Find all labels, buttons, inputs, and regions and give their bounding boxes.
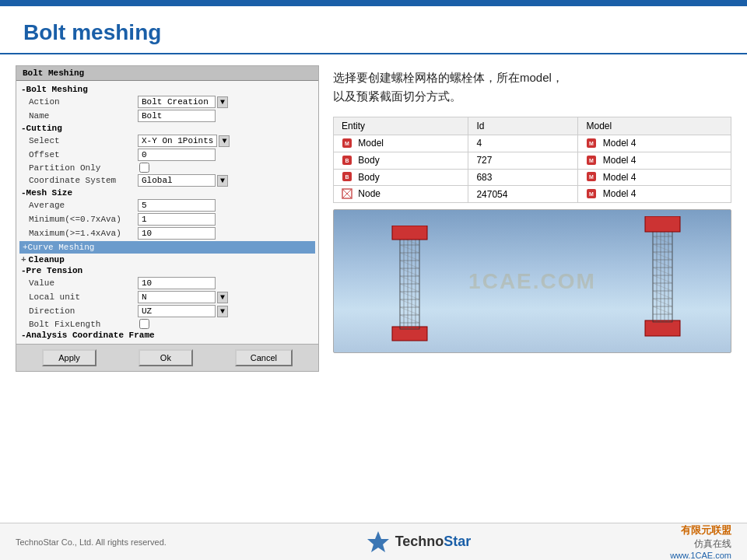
technostar-text: TechnoStar [395, 534, 472, 550]
svg-line-65 [653, 244, 672, 252]
footer-copyright: TechnoStar Co., Ltd. All rights reserved… [16, 537, 167, 547]
dialog-buttons: Apply Ok Cancel [16, 344, 318, 371]
svg-rect-46 [645, 320, 680, 336]
svg-line-69 [653, 275, 672, 283]
field-name: Name Bolt [19, 109, 315, 123]
field-minimum: Minimum(<=0.7xAva) 1 [19, 212, 315, 226]
page-title: Bolt meshing [23, 20, 724, 45]
partition-only-checkbox[interactable] [139, 163, 149, 173]
bolt-fixlength-checkbox[interactable] [139, 319, 149, 329]
model-ref-icon: M [586, 138, 597, 149]
svg-rect-74 [645, 216, 680, 232]
footer-site2: 仿真在线 [670, 537, 731, 551]
section-cutting: -Cutting [19, 123, 315, 134]
visualization-area: 1CAE.COM [333, 209, 731, 353]
svg-line-39 [400, 276, 419, 284]
svg-rect-18 [400, 237, 419, 329]
svg-line-41 [400, 292, 419, 299]
footer-links: 有限元联盟 仿真在线 www.1CAE.com [670, 523, 731, 560]
section-pre-tension: -Pre Tension [19, 265, 315, 276]
table-row: Node 247054 M Model 4 [334, 186, 731, 203]
table-row: B Body 727 M Model 4 [334, 152, 731, 169]
svg-line-67 [653, 260, 672, 268]
svg-line-73 [653, 306, 672, 314]
svg-line-37 [400, 261, 419, 268]
field-average: Average 5 [19, 198, 315, 212]
header: Bolt meshing [0, 6, 747, 53]
svg-text:M: M [590, 191, 594, 197]
section-analysis-coord: -Analysis Coordinate Frame [19, 330, 315, 341]
field-value: Value 10 [19, 276, 315, 290]
svg-text:B: B [345, 174, 349, 180]
svg-line-36 [400, 253, 419, 261]
svg-line-70 [653, 283, 672, 291]
field-local-unit: Local unit N ▼ [19, 290, 315, 304]
description-text: 选择要创建螺栓网格的螺栓体，所在model，以及预紧截面切分方式。 [333, 65, 731, 110]
coord-dropdown[interactable]: ▼ [217, 175, 228, 187]
direction-dropdown[interactable]: ▼ [217, 306, 228, 317]
svg-line-71 [653, 291, 672, 299]
footer-logo: TechnoStar [366, 530, 472, 555]
section-curve-meshing[interactable]: +Curve Meshing [19, 241, 315, 254]
svg-text:M: M [590, 158, 594, 163]
field-direction: Direction UZ ▼ [19, 304, 315, 318]
svg-line-43 [400, 307, 419, 315]
table-row: M Model 4 M Model 4 [334, 135, 731, 152]
header-divider [0, 53, 747, 54]
select-dropdown[interactable]: ▼ [219, 135, 230, 147]
dialog-titlebar: Bolt Meshing [16, 66, 318, 81]
col-entity: Entity [334, 117, 468, 135]
field-action: Action Bolt Creation ▼ [19, 95, 315, 109]
field-bolt-fixlength: Bolt FixLength [19, 318, 315, 330]
node-icon [342, 188, 352, 199]
top-bar [0, 0, 747, 6]
entity-table: Entity Id Model M Model 4 [333, 117, 731, 203]
footer: TechnoStar Co., Ltd. All rights reserved… [0, 523, 747, 560]
field-select: Select X-Y On 1Points ▼ [19, 134, 315, 148]
footer-site3: www.1CAE.com [670, 551, 731, 560]
col-id: Id [468, 117, 578, 135]
technostar-logo-icon [366, 530, 391, 555]
field-coordinate-system: Coordinate System Global ▼ [19, 173, 315, 187]
model-icon: M [342, 138, 352, 149]
svg-text:M: M [345, 141, 349, 146]
cancel-button[interactable]: Cancel [235, 349, 293, 366]
body-icon-2: B [342, 171, 352, 182]
bolt-meshing-dialog: Bolt Meshing -Bolt Meshing Action Bolt C… [16, 65, 319, 372]
col-model: Model [578, 117, 731, 135]
footer-site1: 有限元联盟 [670, 523, 731, 537]
field-partition-only: Partition Only [19, 162, 315, 173]
section-cleanup: +Cleanup [19, 254, 315, 265]
svg-text:M: M [590, 141, 594, 146]
ok-button[interactable]: Ok [139, 349, 193, 366]
bolt-right-3d [641, 216, 684, 341]
svg-line-40 [400, 284, 419, 292]
svg-line-42 [400, 299, 419, 307]
model-ref-icon-4: M [586, 188, 597, 199]
bolt-left-3d [388, 226, 431, 346]
svg-line-38 [400, 268, 419, 276]
action-dropdown[interactable]: ▼ [217, 96, 228, 108]
apply-button[interactable]: Apply [42, 349, 96, 366]
svg-line-35 [400, 245, 419, 253]
svg-line-72 [653, 299, 672, 306]
section-mesh-size: -Mesh Size [19, 187, 315, 198]
watermark: 1CAE.COM [468, 269, 596, 294]
dialog-body: -Bolt Meshing Action Bolt Creation ▼ Nam… [16, 81, 318, 344]
svg-line-44 [400, 315, 419, 323]
model-ref-icon-2: M [586, 155, 597, 166]
svg-line-66 [653, 252, 672, 260]
model-ref-icon-3: M [586, 171, 597, 182]
main-content: Bolt Meshing -Bolt Meshing Action Bolt C… [0, 65, 747, 372]
field-offset: Offset 0 [19, 148, 315, 162]
body-icon-1: B [342, 155, 352, 166]
svg-line-64 [653, 236, 672, 244]
table-row: B Body 683 M Model 4 [334, 169, 731, 186]
svg-text:B: B [345, 158, 349, 163]
field-maximum: Maximum(>=1.4xAva) 10 [19, 226, 315, 240]
right-panel: 选择要创建螺栓网格的螺栓体，所在model，以及预紧截面切分方式。 Entity… [333, 65, 731, 372]
section-bolt-meshing: -Bolt Meshing [19, 84, 315, 95]
svg-text:M: M [590, 174, 594, 180]
unit-dropdown[interactable]: ▼ [217, 292, 228, 303]
svg-rect-45 [392, 226, 427, 240]
